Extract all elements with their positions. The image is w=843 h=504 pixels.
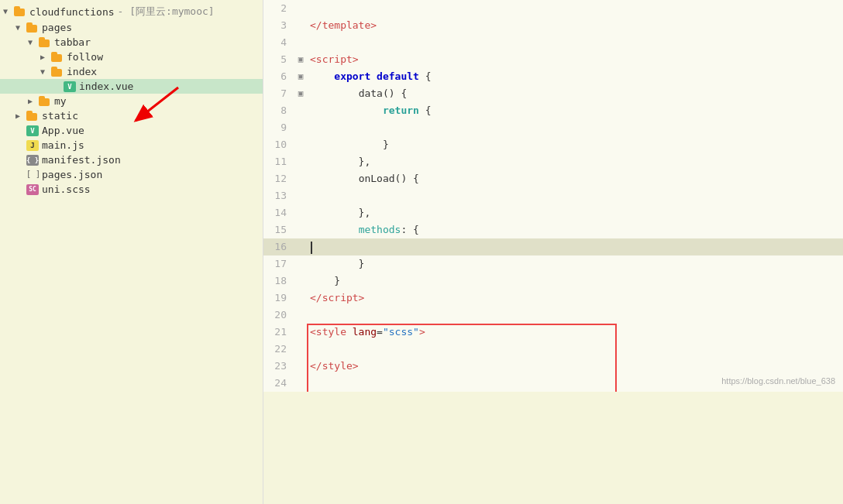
fold-indicator [294, 119, 307, 136]
item-label: pages.json [42, 169, 102, 180]
code-line: 7 ▣ data() { [263, 85, 843, 102]
svg-line-1 [136, 87, 178, 121]
item-label: main.js [42, 139, 84, 151]
fold-indicator [294, 290, 307, 307]
arrow-icon [15, 23, 25, 33]
code-content: </style> [307, 358, 843, 375]
code-content [307, 187, 843, 204]
tree-item-cloudfunctions[interactable]: cloudfunctions - [阿里云:mymooc] [0, 3, 263, 20]
tree-item-uni-scss[interactable]: SC uni.scss [0, 182, 263, 197]
line-number: 3 [263, 17, 294, 34]
fold-indicator: ▣ [294, 51, 307, 68]
fold-indicator [294, 17, 307, 34]
code-line: 15 methods: { [263, 221, 843, 238]
tree-item-main-js[interactable]: J main.js [0, 138, 263, 153]
line-number: 14 [263, 204, 294, 221]
fold-indicator [294, 34, 307, 51]
file-icon: { } [26, 155, 39, 166]
fold-indicator [294, 273, 307, 290]
code-content: }, [307, 204, 843, 221]
fold-indicator [294, 375, 307, 392]
arrow-icon [28, 97, 37, 106]
arrow-icon [40, 53, 50, 62]
code-content: methods: { [307, 221, 843, 238]
tree-item-follow[interactable]: follow [0, 50, 263, 64]
fold-indicator [294, 187, 307, 204]
line-number: 9 [263, 119, 294, 136]
folder-icon [39, 96, 51, 107]
fold-indicator [294, 238, 307, 255]
code-content: data() { [307, 85, 843, 102]
line-number: 16 [263, 238, 294, 255]
code-content: </script> [307, 290, 843, 307]
code-line: 13 [263, 187, 843, 204]
code-content: <script> [307, 51, 843, 68]
line-number: 24 [263, 375, 294, 392]
watermark: https://blog.csdn.net/blue_638 [721, 376, 835, 386]
code-content [307, 119, 843, 136]
tree-item-tabbar[interactable]: tabbar [0, 35, 263, 50]
tree-item-index[interactable]: index [0, 64, 263, 79]
code-line: 10 } [263, 136, 843, 153]
line-number: 21 [263, 324, 294, 341]
code-line-style-close: 23 </style> [263, 358, 843, 375]
code-line-cursor: 16 [263, 238, 843, 255]
fold-indicator [294, 153, 307, 170]
code-content: }, [307, 153, 843, 170]
item-suffix: - [阿里云:mymooc] [118, 5, 215, 19]
editor-content[interactable]: 2 3 </template> 4 5 ▣ <script> [263, 0, 843, 392]
folder-icon [51, 67, 64, 77]
arrow-icon [15, 111, 25, 121]
line-number: 5 [263, 51, 294, 68]
fold-indicator [294, 221, 307, 238]
file-icon: SC [26, 184, 39, 195]
fold-indicator [294, 136, 307, 153]
code-line: 9 [263, 119, 843, 136]
item-label: static [42, 110, 78, 122]
code-line-style-open: 21 <style lang="scss"> [263, 324, 843, 341]
code-content: export default { [307, 68, 843, 85]
item-label: App.vue [42, 125, 84, 136]
code-line: 20 [263, 307, 843, 324]
fold-indicator [294, 324, 307, 341]
fold-indicator: ▣ [294, 85, 307, 102]
tree-item-pages[interactable]: pages [0, 20, 263, 35]
code-line: 14 }, [263, 204, 843, 221]
code-lines: 2 3 </template> 4 5 ▣ <script> [263, 0, 843, 392]
fold-indicator [294, 341, 307, 358]
fold-indicator [294, 102, 307, 119]
tree-item-manifest-json[interactable]: { } manifest.json [0, 153, 263, 167]
code-content: <style lang="scss"> [307, 324, 843, 341]
code-editor: 2 3 </template> 4 5 ▣ <script> [263, 0, 843, 504]
code-content: return { [307, 102, 843, 119]
line-number: 2 [263, 0, 294, 17]
line-number: 20 [263, 307, 294, 324]
line-number: 23 [263, 358, 294, 375]
tree-item-pages-json[interactable]: [ ] pages.json [0, 167, 263, 182]
fold-indicator [294, 307, 307, 324]
fold-indicator [294, 255, 307, 273]
code-content: } [307, 273, 843, 290]
code-line: 12 onLoad() { [263, 170, 843, 187]
fold-indicator [294, 170, 307, 187]
fold-indicator: ▣ [294, 68, 307, 85]
item-label: index [67, 66, 97, 77]
code-line: 4 [263, 34, 843, 51]
code-line: 8 return { [263, 102, 843, 119]
line-number: 18 [263, 273, 294, 290]
file-tree: cloudfunctions - [阿里云:mymooc] pages tabb… [0, 0, 263, 504]
code-content: } [307, 255, 843, 273]
fold-indicator [294, 204, 307, 221]
line-number: 4 [263, 34, 294, 51]
folder-icon [14, 6, 26, 17]
item-label: cloudfunctions [29, 6, 115, 18]
arrow-icon [3, 7, 12, 16]
line-number: 19 [263, 290, 294, 307]
item-label: manifest.json [42, 154, 121, 166]
line-number: 17 [263, 255, 294, 273]
code-line: 17 } [263, 255, 843, 273]
line-number: 8 [263, 102, 294, 119]
item-label: my [54, 95, 67, 107]
file-icon: J [26, 140, 39, 151]
fold-indicator [294, 0, 307, 17]
